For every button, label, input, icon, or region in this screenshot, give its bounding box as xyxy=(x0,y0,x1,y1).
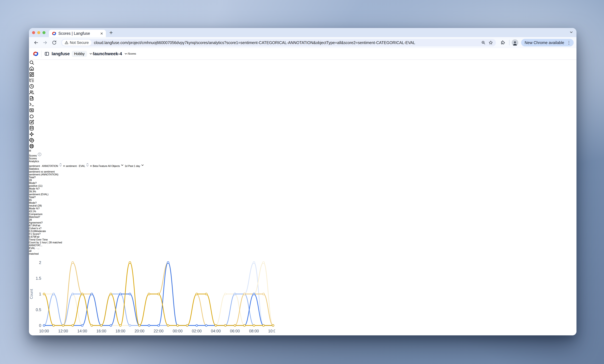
sidebar-item-prompts[interactable] xyxy=(29,96,577,102)
help-icon[interactable]: ? xyxy=(39,233,41,235)
dashboard-icon xyxy=(29,72,34,77)
svg-text:0.5: 0.5 xyxy=(36,308,41,312)
back-button[interactable] xyxy=(32,38,40,47)
support-icon xyxy=(29,143,34,149)
trend-subtitle: Count by 1 hour | 28 matched xyxy=(29,241,577,244)
main-area: Scores ScoresAnalytics sentiment · ANNOT… xyxy=(29,152,577,335)
date-range-select[interactable]: 1d Past 1 day xyxy=(125,165,144,167)
help-icon[interactable]: ? xyxy=(38,207,40,210)
score2-remove-button[interactable]: ✕ xyxy=(90,165,92,167)
metric-value: positive (11) xyxy=(29,185,42,187)
minimize-window-button[interactable] xyxy=(37,31,40,34)
sidebar-item-evals[interactable] xyxy=(29,113,577,120)
tab-analytics[interactable]: Analytics xyxy=(29,160,577,163)
evals-icon xyxy=(29,113,34,119)
sidebar-item-settings[interactable] xyxy=(29,138,577,143)
langfuse-app: langfuse Hobby / launchweek-4 / Scores M xyxy=(29,48,577,335)
svg-text:Count: Count xyxy=(29,289,34,299)
sidebar-item-home[interactable] xyxy=(29,66,577,72)
sidebar-item-dashboard[interactable] xyxy=(29,72,577,78)
select-updown-icon xyxy=(59,163,62,167)
svg-text:20:00: 20:00 xyxy=(135,329,144,333)
beta-feature-badge: Beta Feature xyxy=(93,165,107,167)
svg-text:12:00: 12:00 xyxy=(58,329,68,333)
info-icon[interactable] xyxy=(38,152,42,157)
score1-select[interactable]: sentiment · ANNOTATION xyxy=(29,165,63,167)
score1-remove-button[interactable]: ✕ xyxy=(63,165,65,167)
sidebar-item-playground[interactable] xyxy=(29,102,577,108)
app-header: langfuse Hobby / launchweek-4 / Scores xyxy=(29,48,577,60)
trend-title: Trend Over Time xyxy=(29,238,577,241)
metric-value: neutral (28) xyxy=(29,204,42,207)
toggle-annotat[interactable]: ANNOTAT... xyxy=(29,244,577,247)
object-type-value: All Objects xyxy=(108,165,120,167)
svg-text:00:00: 00:00 xyxy=(173,329,183,333)
address-bar[interactable]: Not Secure cloud.langfuse.com/project/cm… xyxy=(61,39,496,46)
sidebar-item-scores[interactable] xyxy=(29,108,577,113)
not-secure-chip[interactable]: Not Secure xyxy=(62,40,91,46)
chrome-update-label: New Chrome available xyxy=(525,40,564,45)
reload-button[interactable] xyxy=(50,38,59,47)
metric-label: Mode xyxy=(29,182,35,184)
sidebar-item-datasets[interactable] xyxy=(29,126,577,131)
sidebar-item-sessions[interactable] xyxy=(29,84,577,90)
maximize-window-button[interactable] xyxy=(42,31,45,34)
close-window-button[interactable] xyxy=(32,31,35,34)
statistics-subtitle: sentiment vs sentiment xyxy=(29,170,577,173)
metric-value: 28 xyxy=(29,179,32,182)
metric-mode: Mode %?43.1% xyxy=(29,207,577,213)
browser-menu-icon[interactable]: ⋮ xyxy=(566,40,572,45)
browser-tab[interactable]: Scores | Langfuse × xyxy=(49,30,106,37)
svg-text:1.5: 1.5 xyxy=(36,276,41,280)
stats-section-heading: Comparison xyxy=(29,213,577,216)
help-icon[interactable]: ? xyxy=(38,187,40,190)
tab-close-icon[interactable]: × xyxy=(100,31,104,36)
toggle-eval[interactable]: EVAL · ... xyxy=(29,247,577,250)
profile-avatar[interactable] xyxy=(512,39,518,46)
extensions-icon[interactable] xyxy=(498,38,507,47)
sidebar-item-users[interactable] xyxy=(29,90,577,96)
sidebar-item-tracing[interactable] xyxy=(29,78,577,84)
metric-qualifier: Fair xyxy=(36,224,40,227)
sidebar-item-search[interactable] xyxy=(29,60,577,66)
object-type-select[interactable]: All Objects xyxy=(108,165,125,167)
help-icon[interactable]: ? xyxy=(38,216,40,218)
page-head: Scores xyxy=(29,152,577,157)
sidebar-item-support[interactable] xyxy=(29,143,577,150)
tab-search-chevron-icon[interactable] xyxy=(569,30,573,35)
chrome-update-pill[interactable]: New Chrome available ⋮ xyxy=(521,39,574,46)
sidebar-toggle-icon[interactable] xyxy=(44,51,49,56)
project-switcher[interactable]: launchweek-4 xyxy=(93,51,127,56)
select-updown-icon xyxy=(86,163,89,167)
toggle-matched[interactable]: matched xyxy=(29,252,577,255)
toolbar-divider xyxy=(509,40,509,45)
toggle-all[interactable]: all xyxy=(29,250,577,252)
user-avatar[interactable]: M xyxy=(29,150,577,152)
score2-value: sentiment · EVAL xyxy=(66,165,85,167)
org-switcher[interactable]: langfuse Hobby xyxy=(51,51,92,57)
metric-label: Cohen's κ xyxy=(29,227,40,230)
trend-card: Trend Over Time Count by 1 hour | 28 mat… xyxy=(29,238,577,335)
metric-label: F1 Score xyxy=(29,233,39,235)
help-icon[interactable]: ? xyxy=(35,201,37,204)
search-icon xyxy=(29,60,34,65)
help-icon[interactable]: ? xyxy=(35,182,37,184)
sidebar-item-whats-new[interactable] xyxy=(29,131,577,138)
chevron-down-icon xyxy=(121,163,124,167)
help-icon[interactable]: ? xyxy=(34,176,36,179)
help-icon[interactable]: ? xyxy=(40,227,41,230)
metric-matched: Matched?28 xyxy=(29,216,577,221)
sidebar-item-annotation[interactable] xyxy=(29,120,577,126)
score2-select[interactable]: sentiment · EVAL xyxy=(66,165,90,167)
header-divider xyxy=(41,50,41,57)
zoom-icon[interactable] xyxy=(481,40,486,45)
breadcrumb-section: Scores xyxy=(128,52,136,55)
help-icon[interactable]: ? xyxy=(41,221,43,224)
stats-section-heading: sentiment (ANNOTATION) xyxy=(29,173,577,176)
forward-button[interactable] xyxy=(41,38,49,47)
tab-scores[interactable]: Scores xyxy=(29,157,577,160)
help-icon[interactable]: ? xyxy=(34,196,36,199)
bookmark-star-icon[interactable] xyxy=(488,40,493,45)
plan-badge: Hobby xyxy=(72,51,87,57)
new-tab-button[interactable]: + xyxy=(109,29,113,36)
